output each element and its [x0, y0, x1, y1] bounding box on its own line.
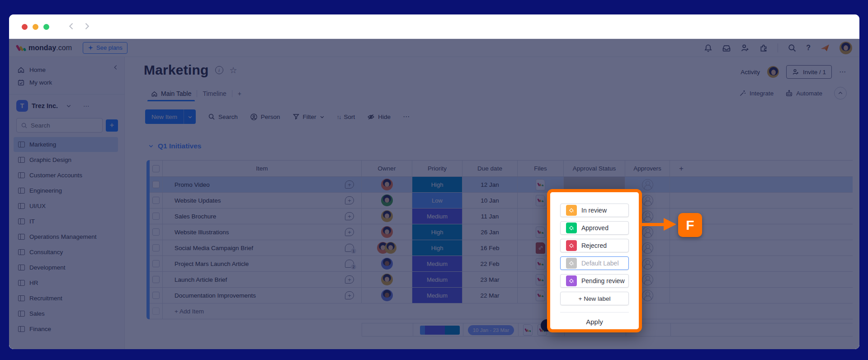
tab-timeline[interactable]: Timeline — [197, 86, 231, 101]
column-header-approval-status[interactable]: Approval Status — [564, 161, 625, 176]
chevron-down-icon[interactable] — [320, 114, 325, 119]
chevron-down-icon[interactable] — [66, 103, 71, 109]
item-name[interactable]: Sales Brochure — [175, 213, 216, 220]
table-row[interactable]: Website Illustrations+ High 26 Jan — [150, 224, 853, 240]
add-conversation-icon[interactable]: + — [345, 180, 354, 189]
priority-cell[interactable]: Medium — [412, 256, 462, 271]
owner-cell[interactable] — [362, 193, 412, 208]
priority-cell[interactable]: High — [412, 177, 462, 192]
sidebar-item-my-work[interactable]: My work — [9, 76, 124, 89]
row-checkbox[interactable] — [150, 208, 163, 224]
sidebar-board-marketing[interactable]: Marketing — [14, 137, 118, 152]
new-item-button[interactable]: New Item — [145, 109, 196, 124]
due-date-cell[interactable]: 16 Feb — [462, 240, 518, 256]
label-option-in-review[interactable]: In review — [560, 204, 629, 217]
tab-main-table[interactable]: Main Table — [146, 86, 197, 101]
date-range-pill[interactable]: 10 Jan - 23 Mar — [468, 325, 514, 335]
table-row[interactable]: Website Updates+ Low 10 Jan — [150, 193, 853, 208]
due-date-cell[interactable]: 23 Mar — [462, 272, 518, 287]
column-header-owner[interactable]: Owner — [362, 161, 412, 176]
label-name-input[interactable] — [581, 260, 630, 267]
sidebar-board-operations-management[interactable]: Operations Management — [14, 229, 118, 244]
owner-cell[interactable] — [362, 256, 412, 271]
due-date-cell[interactable]: 26 Jan — [462, 224, 518, 240]
sidebar-board-development[interactable]: Development — [14, 260, 118, 275]
apps-marketplace-icon[interactable] — [759, 43, 768, 52]
board-more-icon[interactable]: ⋯ — [839, 68, 847, 76]
priority-cell[interactable]: High — [412, 240, 462, 256]
column-header-files[interactable]: Files — [518, 161, 564, 176]
tab-add-view[interactable]: + — [232, 86, 247, 101]
search-icon[interactable] — [788, 43, 797, 52]
table-row[interactable]: Launch Article Brief+ Medium 23 Mar — [150, 272, 853, 288]
owner-cell[interactable] — [362, 224, 412, 240]
add-conversation-icon[interactable]: + — [345, 291, 354, 299]
select-all-checkbox[interactable] — [150, 161, 163, 176]
toolbar-search-button[interactable]: Search — [208, 113, 238, 120]
item-name[interactable]: Social Media Campaign Brief — [175, 245, 253, 251]
due-date-cell[interactable]: 11 Jan — [462, 208, 518, 224]
item-name[interactable]: Project Mars Launch Article — [175, 261, 249, 267]
add-conversation-icon[interactable]: + — [345, 275, 354, 284]
priority-cell[interactable]: High — [412, 224, 462, 240]
sidebar-item-home[interactable]: Home — [9, 63, 124, 76]
priority-cell[interactable]: Medium — [412, 272, 462, 287]
label-edit-input-default-label[interactable] — [560, 256, 629, 270]
close-window-button[interactable] — [22, 24, 28, 30]
table-row[interactable]: Sales Brochure+ Medium 11 Jan — [150, 208, 853, 224]
notifications-bell-icon[interactable] — [704, 44, 712, 52]
automate-button[interactable]: Automate — [785, 90, 822, 97]
add-item-button[interactable]: + Add Item — [163, 303, 853, 319]
owner-cell[interactable] — [362, 240, 412, 256]
sidebar-board-recruitment[interactable]: Recruitment — [14, 291, 118, 306]
toolbar-person-button[interactable]: Person — [250, 113, 280, 121]
new-item-label[interactable]: New Item — [145, 109, 184, 124]
row-checkbox[interactable] — [150, 256, 163, 271]
row-checkbox[interactable] — [150, 240, 163, 256]
board-info-icon[interactable]: i — [215, 66, 223, 74]
label-option-pending-review[interactable]: Pending review — [560, 274, 629, 288]
activity-label[interactable]: Activity — [741, 69, 760, 76]
sidebar-board-consultancy[interactable]: Consultancy — [14, 245, 118, 260]
table-row[interactable]: Social Media Campaign Brief1 High 16 Feb — [150, 240, 853, 256]
add-conversation-icon[interactable]: + — [345, 196, 354, 204]
add-column-button[interactable]: + — [670, 161, 853, 176]
column-header-due-date[interactable]: Due date — [462, 161, 518, 176]
inbox-icon[interactable] — [722, 43, 731, 52]
toolbar-hide-button[interactable]: Hide — [367, 113, 391, 121]
row-checkbox[interactable] — [150, 224, 163, 240]
toolbar-sort-button[interactable]: ↑↓ Sort — [337, 114, 355, 120]
priority-cell[interactable]: Low — [412, 193, 462, 208]
table-row[interactable]: Project Mars Launch Article2 Medium 22 F… — [150, 256, 853, 272]
sidebar-board-hr[interactable]: HR — [14, 275, 118, 290]
sidebar-search-input[interactable] — [31, 122, 80, 129]
collapse-header-button[interactable] — [834, 87, 847, 99]
table-row[interactable]: Documentation Improvements+ Medium 22 Ma… — [150, 288, 853, 303]
see-plans-button[interactable]: See plans — [83, 42, 127, 54]
sidebar-search[interactable] — [16, 118, 103, 133]
invite-button[interactable]: Invite / 1 — [786, 65, 832, 79]
priority-cell[interactable]: Medium — [412, 288, 462, 303]
conversation-icon[interactable]: 2 — [345, 260, 354, 268]
user-avatar[interactable] — [840, 42, 852, 54]
column-header-priority[interactable]: Priority — [412, 161, 462, 176]
sidebar-collapse-icon[interactable] — [113, 64, 119, 71]
sidebar-board-uiux[interactable]: UI/UX — [14, 199, 118, 213]
toolbar-more-icon[interactable]: ⋯ — [403, 113, 410, 121]
item-name[interactable]: Launch Article Brief — [175, 276, 227, 283]
sidebar-board-sales[interactable]: Sales — [14, 306, 118, 321]
label-option-approved[interactable]: Approved — [560, 221, 629, 235]
new-label-button[interactable]: + New label — [560, 292, 629, 305]
item-name[interactable]: Website Illustrations — [175, 229, 229, 236]
row-checkbox[interactable] — [150, 193, 163, 208]
column-header-item[interactable]: Item — [163, 161, 362, 176]
label-option-rejected[interactable]: Rejecred — [560, 239, 629, 252]
item-name[interactable]: Promo Video — [175, 181, 210, 188]
item-name[interactable]: Website Updates — [175, 197, 221, 204]
help-icon[interactable]: ? — [806, 44, 811, 52]
chevron-down-icon[interactable] — [148, 143, 154, 149]
owner-cell[interactable] — [362, 288, 412, 303]
owner-cell[interactable] — [362, 272, 412, 287]
sidebar-board-finance[interactable]: Finance — [14, 322, 118, 336]
row-checkbox[interactable] — [150, 177, 163, 192]
